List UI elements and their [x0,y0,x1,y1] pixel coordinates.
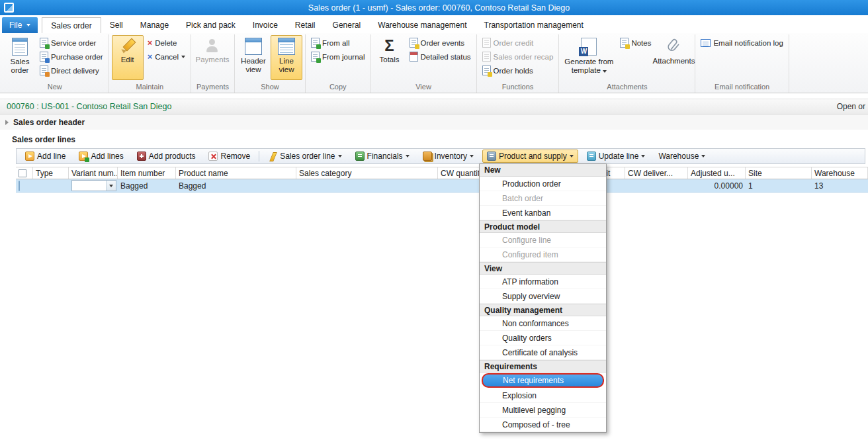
cell-product-name[interactable]: Bagged [176,179,296,192]
group-label-maintain: Maintain [112,82,188,92]
order-holds-icon [482,66,491,75]
add-products-icon [137,152,146,161]
tab-invoice[interactable]: Invoice [244,17,286,33]
warehouse-menu-button[interactable]: Warehouse [654,150,710,163]
remove-icon [208,152,218,161]
line-view-icon [278,38,295,55]
menu-item-quality-orders[interactable]: Quality orders [480,331,606,345]
chevron-down-icon [603,70,607,73]
sales-order-header-section[interactable]: Sales order header [0,114,868,130]
cell-sales-category[interactable] [296,179,438,192]
menu-item-event-kanban[interactable]: Event kanban [480,206,606,220]
financials-menu-button[interactable]: Financials [351,150,414,163]
column-header-item-number[interactable]: Item number [118,167,176,179]
ribbon-group-functions: Order credit Sales order recap Order hol… [477,34,560,93]
add-lines-button[interactable]: Add lines [74,150,128,163]
ribbon-group-new: Sales order Service order Purchase order… [1,34,109,93]
order-events-button[interactable]: Order events [407,36,474,49]
direct-delivery-button[interactable]: Direct delivery [37,64,106,77]
notes-button[interactable]: Notes [617,36,654,49]
sales-order-button[interactable]: Sales order [4,35,36,80]
spacer [0,93,868,99]
column-header-type[interactable]: Type [33,167,69,179]
group-label-attachments: Attachments [562,82,692,92]
column-header-variant-number[interactable]: Variant num... [69,167,118,179]
totals-button[interactable]: Σ Totals [374,35,406,80]
edit-button[interactable]: Edit [112,35,144,80]
menu-item-atp-information[interactable]: ATP information [480,275,606,289]
generate-from-template-button[interactable]: W Generate from template [562,35,616,80]
column-header-adjusted-unit[interactable]: Adjusted u... [688,167,746,179]
tab-sales-order[interactable]: Sales order [42,17,101,33]
group-label-new: New [4,82,106,92]
email-notification-log-button[interactable]: Email notification log [698,36,785,49]
service-order-button[interactable]: Service order [37,36,106,49]
detailed-status-button[interactable]: Detailed status [407,50,474,63]
tab-transportation-management[interactable]: Transportation management [476,17,592,33]
column-header-site[interactable]: Site [746,167,812,179]
product-and-supply-menu-button[interactable]: Product and supply [482,150,578,163]
cell-site[interactable]: 1 [746,179,812,192]
cell-type[interactable] [33,179,69,192]
order-holds-button[interactable]: Order holds [480,64,556,77]
tab-pick-and-pack[interactable]: Pick and pack [177,17,244,33]
attachments-button[interactable]: Attachments [655,35,692,80]
remove-button[interactable]: Remove [204,150,255,163]
select-all-checkbox[interactable] [19,169,26,177]
menu-item-explosion[interactable]: Explosion [480,388,606,403]
ribbon-group-show: Header view Line view Show [235,34,306,93]
column-header-warehouse[interactable]: Warehouse [812,167,868,179]
combo-dropdown-button[interactable] [106,181,116,191]
menu-item-non-conformances[interactable]: Non conformances [480,316,606,331]
from-journal-icon [311,52,320,62]
menu-item-certificate-of-analysis[interactable]: Certificate of analysis [480,345,606,360]
menu-item-production-order[interactable]: Production order [480,177,606,191]
inventory-menu-button[interactable]: Inventory [418,150,478,163]
column-header-sales-category[interactable]: Sales category [296,167,438,179]
toolbar-separator [259,151,259,161]
expander-icon[interactable] [5,120,9,125]
group-label-copy: Copy [308,82,368,92]
column-header-cw-delivery[interactable]: CW deliver... [625,167,688,179]
chevron-down-icon [570,155,574,157]
menu-item-net-requirements[interactable]: Net requirements [482,373,604,388]
chevron-down-icon [470,155,474,157]
delete-button[interactable]: × Delete [145,36,188,49]
cancel-x-icon: × [148,52,153,61]
cancel-button[interactable]: × Cancel [145,50,188,63]
cell-variant-number[interactable] [69,179,118,192]
order-credit-icon [482,38,491,48]
cell-item-number[interactable]: Bagged [118,179,176,192]
menu-item-multilevel-pegging[interactable]: Multilevel pegging [480,403,606,418]
app-icon [4,3,14,13]
purchase-order-button[interactable]: Purchase order [37,50,106,63]
update-line-menu-button[interactable]: Update line [582,150,650,163]
tab-warehouse-management[interactable]: Warehouse management [369,17,475,33]
row-marker-cell[interactable] [16,179,33,192]
tab-manage[interactable]: Manage [132,17,177,33]
line-view-button[interactable]: Line view [271,35,302,80]
select-all-header[interactable] [16,167,33,179]
cell-warehouse[interactable]: 13 [812,179,868,192]
ribbon-group-attachments: W Generate from template Notes Attachmen… [559,34,695,93]
from-all-button[interactable]: From all [308,36,368,49]
cell-cw-delivery[interactable] [625,179,688,192]
menu-item-composed-of-tree[interactable]: Composed of - tree [480,418,606,432]
group-label-payments: Payments [194,82,232,92]
file-menu-button[interactable]: File [2,17,38,33]
tab-sell[interactable]: Sell [101,17,132,33]
variant-number-combobox[interactable] [71,180,116,191]
column-header-product-name[interactable]: Product name [176,167,296,179]
header-view-button[interactable]: Header view [238,35,269,80]
tab-retail[interactable]: Retail [286,17,324,33]
group-label-show: Show [238,82,302,92]
menu-item-supply-overview[interactable]: Supply overview [480,289,606,304]
table-row[interactable]: Bagged Bagged 0.00000 1 13 [16,179,868,193]
sales-order-line-menu-button[interactable]: Sales order line [263,150,346,163]
add-products-button[interactable]: Add products [132,150,200,163]
from-journal-button[interactable]: From journal [308,50,368,63]
cell-adjusted-unit[interactable]: 0.00000 [688,179,746,192]
tab-general[interactable]: General [324,17,370,33]
menu-section-header-view: View [480,262,606,275]
add-line-button[interactable]: Add line [21,150,70,163]
